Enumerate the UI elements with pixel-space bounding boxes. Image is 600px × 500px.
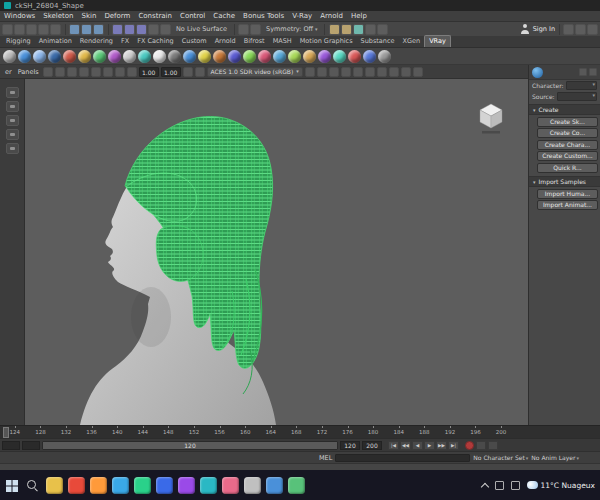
transport-button[interactable]: ▶ <box>424 441 435 450</box>
shelf-tool-icon[interactable] <box>318 50 331 63</box>
highlight-selection-icon[interactable] <box>250 24 261 35</box>
shelf-tool-icon[interactable] <box>213 50 226 63</box>
anim-layer-selector[interactable]: No Anim Layer <box>531 454 579 461</box>
select-camera-icon[interactable] <box>43 67 53 77</box>
snap-grid-icon[interactable] <box>112 24 123 35</box>
selection-mask-object-icon[interactable] <box>81 24 92 35</box>
menu-item[interactable]: Arnold <box>316 11 347 22</box>
mel-label[interactable]: MEL <box>319 454 332 462</box>
isolate-select-icon[interactable] <box>115 67 125 77</box>
shelf-tool-icon[interactable] <box>258 50 271 63</box>
lock-camera-icon[interactable] <box>55 67 65 77</box>
tray-expand-icon[interactable] <box>480 482 488 490</box>
shelf-tool-icon[interactable] <box>63 50 76 63</box>
shelf-tool-icon[interactable] <box>333 50 346 63</box>
ipr-render-icon[interactable] <box>341 24 352 35</box>
shelf-tab[interactable]: Rigging <box>2 36 35 47</box>
paint-select-tool-icon[interactable] <box>6 115 19 126</box>
construction-history-icon[interactable] <box>238 24 249 35</box>
shelf-tool-icon[interactable] <box>78 50 91 63</box>
resolution-gate-icon[interactable] <box>317 67 327 77</box>
viewport[interactable] <box>25 79 528 425</box>
panel-menu-icon[interactable] <box>579 68 587 76</box>
import-button[interactable]: Import Animat... <box>537 200 598 210</box>
taskbar-app-icon[interactable] <box>200 477 217 494</box>
import-samples-header[interactable]: Import Samples <box>529 176 600 187</box>
sign-in-button[interactable]: Sign In <box>520 24 555 34</box>
select-tool-icon[interactable] <box>6 87 19 98</box>
light-editor-icon[interactable] <box>365 24 376 35</box>
create-button[interactable]: Create Sk... <box>537 117 598 127</box>
safe-action-icon[interactable] <box>353 67 363 77</box>
shelf-tool-icon[interactable] <box>183 50 196 63</box>
start-button[interactable] <box>5 478 19 492</box>
textured-mode-icon[interactable] <box>389 67 399 77</box>
character-select[interactable] <box>566 81 597 90</box>
taskbar-app-icon[interactable] <box>90 477 107 494</box>
selection-mask-component-icon[interactable] <box>93 24 104 35</box>
hypershade-icon[interactable] <box>377 24 388 35</box>
create-button[interactable]: Create Co... <box>537 128 598 138</box>
shaded-mode-icon[interactable] <box>377 67 387 77</box>
taskbar-app-icon[interactable] <box>266 477 283 494</box>
shelf-tool-icon[interactable] <box>93 50 106 63</box>
transport-button[interactable]: ◀◀ <box>400 441 411 450</box>
symmetry-selector[interactable]: Symmetry: Off <box>263 25 321 33</box>
shelf-tool-icon[interactable] <box>198 50 211 63</box>
shelf-tool-icon[interactable] <box>378 50 391 63</box>
redo-icon[interactable] <box>50 24 61 35</box>
move-tool-icon[interactable] <box>6 129 19 140</box>
snap-viewplane-icon[interactable] <box>148 24 159 35</box>
shelf-tool-icon[interactable] <box>18 50 31 63</box>
animation-preferences-icon[interactable] <box>476 441 486 450</box>
taskbar-app-icon[interactable] <box>156 477 173 494</box>
shelf-tab[interactable]: FX <box>117 36 133 47</box>
source-select[interactable] <box>557 92 597 101</box>
create-button[interactable]: Quick R... <box>537 163 598 173</box>
gamma-toggle-icon[interactable] <box>195 67 205 77</box>
wireframe-mode-icon[interactable] <box>365 67 375 77</box>
snap-point-icon[interactable] <box>136 24 147 35</box>
file-open-icon[interactable] <box>14 24 25 35</box>
playback-range-bar[interactable]: 120 <box>42 441 338 450</box>
search-icon[interactable] <box>26 479 39 492</box>
shelf-tool-icon[interactable] <box>303 50 316 63</box>
shelf-tab[interactable]: Custom <box>178 36 211 47</box>
volume-icon[interactable] <box>511 481 520 490</box>
menu-item[interactable]: Cache <box>209 11 239 22</box>
menu-item[interactable]: Control <box>176 11 209 22</box>
panel-options-icon[interactable] <box>589 68 597 76</box>
shelf-tool-icon[interactable] <box>33 50 46 63</box>
create-button[interactable]: Create Chara... <box>537 140 598 150</box>
shelf-tab[interactable]: Animation <box>35 36 76 47</box>
shelf-tab[interactable]: MASH <box>269 36 296 47</box>
shelf-tab[interactable]: Rendering <box>76 36 117 47</box>
shelf-tab[interactable]: Arnold <box>211 36 240 47</box>
file-save-icon[interactable] <box>26 24 37 35</box>
shelf-tool-icon[interactable] <box>168 50 181 63</box>
camera-attributes-icon[interactable] <box>67 67 77 77</box>
taskbar-app-icon[interactable] <box>134 477 151 494</box>
shelf-tool-icon[interactable] <box>138 50 151 63</box>
shelf-tool-icon[interactable] <box>153 50 166 63</box>
taskbar-app-icon[interactable] <box>46 477 63 494</box>
gamma-field[interactable]: 1.00 <box>161 67 181 77</box>
time-slider[interactable]: 1241281321361401441481521561601641681721… <box>0 425 600 438</box>
character-set-selector[interactable]: No Character Set <box>473 454 528 461</box>
shelf-tool-icon[interactable] <box>348 50 361 63</box>
command-input[interactable] <box>335 454 470 462</box>
titlebar[interactable]: ckSH_26804_Shape <box>0 0 600 11</box>
range-end-field[interactable]: 200 <box>362 441 382 450</box>
shelf-tool-icon[interactable] <box>363 50 376 63</box>
transport-button[interactable]: |◀ <box>388 441 399 450</box>
selection-mask-hierarchy-icon[interactable] <box>69 24 80 35</box>
exposure-toggle-icon[interactable] <box>183 67 193 77</box>
shelf-tool-icon[interactable] <box>48 50 61 63</box>
import-button[interactable]: Import Huma... <box>537 189 598 199</box>
make-live-icon[interactable] <box>160 24 171 35</box>
transport-button[interactable]: ▶▶ <box>436 441 447 450</box>
shelf-tool-icon[interactable] <box>3 50 16 63</box>
modeling-toolkit-icon[interactable] <box>563 24 574 35</box>
network-icon[interactable] <box>495 481 504 490</box>
attribute-editor-icon[interactable] <box>575 24 586 35</box>
